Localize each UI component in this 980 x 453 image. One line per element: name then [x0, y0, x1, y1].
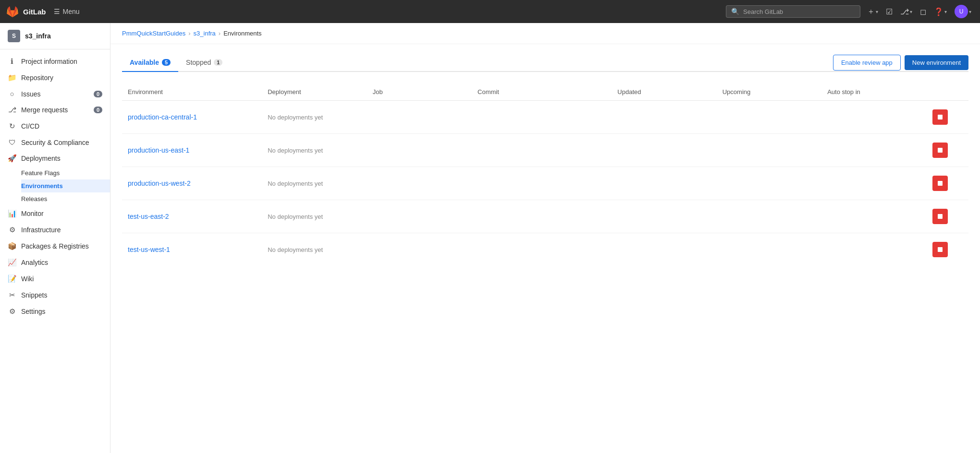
deployment-cell: No deployments yet	[262, 200, 367, 233]
chevron-down-icon: ▾	[969, 9, 971, 14]
gitlab-wordmark: GitLab	[23, 8, 46, 16]
env-name-link[interactable]: test-us-west-1	[128, 246, 170, 253]
sidebar-item-settings[interactable]: ⚙ Settings	[0, 303, 110, 320]
deployments-sub-menu: Feature Flags Environments Releases	[0, 167, 110, 205]
user-menu[interactable]: U ▾	[952, 2, 974, 21]
upcoming-cell	[717, 233, 821, 266]
help-button[interactable]: ❓ ▾	[931, 4, 950, 19]
sidebar-item-label: Wiki	[21, 275, 34, 283]
sidebar-item-environments[interactable]: Environments	[21, 179, 110, 192]
no-deployment-text: No deployments yet	[268, 114, 323, 121]
todo-icon: ☑	[886, 7, 893, 16]
sidebar-item-repository[interactable]: 📁 Repository	[0, 70, 110, 86]
project-info-icon: ℹ	[8, 57, 16, 66]
col-header-deployment: Deployment	[262, 83, 367, 101]
sidebar-item-cicd[interactable]: ↻ CI/CD	[0, 118, 110, 134]
environments-label: Environments	[21, 182, 63, 190]
create-new-button[interactable]: ＋ ▾	[864, 4, 881, 20]
table-row: production-us-west-2 No deployments yet	[122, 167, 968, 200]
sidebar-item-analytics[interactable]: 📈 Analytics	[0, 254, 110, 271]
table-row: production-ca-central-1 No deployments y…	[122, 101, 968, 134]
table-header: Environment Deployment Job Commit Update…	[122, 83, 968, 101]
search-bar[interactable]: 🔍	[726, 5, 860, 18]
commit-cell	[472, 167, 612, 200]
env-name-cell: production-ca-central-1	[122, 101, 262, 134]
autostop-cell	[821, 167, 926, 200]
sidebar-nav: ℹ Project information 📁 Repository ○ Iss…	[0, 49, 110, 323]
sidebar-item-packages-registries[interactable]: 📦 Packages & Registries	[0, 238, 110, 254]
issues-badge: 0	[94, 91, 102, 97]
col-header-commit: Commit	[472, 83, 612, 101]
col-header-actions	[927, 83, 968, 101]
stop-environment-button[interactable]	[932, 209, 948, 224]
breadcrumb-link-org[interactable]: PmmQuickStartGuides	[122, 30, 185, 37]
sidebar: S s3_infra ℹ Project information 📁 Repos…	[0, 23, 110, 453]
env-name-link[interactable]: production-us-west-2	[128, 179, 191, 187]
sidebar-project[interactable]: S s3_infra	[0, 23, 110, 49]
sidebar-item-label: Packages & Registries	[21, 242, 89, 250]
sidebar-item-monitor[interactable]: 📊 Monitor	[0, 205, 110, 222]
job-cell	[367, 134, 472, 167]
sidebar-item-security-compliance[interactable]: 🛡 Security & Compliance	[0, 134, 110, 150]
autostop-cell	[821, 233, 926, 266]
sidebar-item-feature-flags[interactable]: Feature Flags	[21, 167, 110, 179]
commit-cell	[472, 233, 612, 266]
stopped-tab-count: 1	[214, 59, 222, 66]
repository-icon: 📁	[8, 73, 16, 82]
sidebar-item-releases[interactable]: Releases	[21, 192, 110, 205]
job-cell	[367, 167, 472, 200]
topnav: GitLab ☰ Menu 🔍 ＋ ▾ ☑ ⎇ ▾ ◻ ❓ ▾ U ▾	[0, 0, 980, 23]
new-environment-button[interactable]: New environment	[905, 55, 968, 70]
sidebar-item-snippets[interactable]: ✂ Snippets	[0, 287, 110, 303]
tab-available[interactable]: Available 5	[122, 54, 178, 72]
job-cell	[367, 233, 472, 266]
issues-nav-icon: ○	[8, 90, 16, 98]
gitlab-logo[interactable]: GitLab	[6, 5, 46, 18]
issues-button[interactable]: ◻	[917, 4, 929, 19]
deployment-cell: No deployments yet	[262, 134, 367, 167]
breadcrumb-link-project[interactable]: s3_infra	[194, 30, 216, 37]
todos-button[interactable]: ☑	[883, 4, 895, 19]
updated-cell	[612, 233, 716, 266]
sidebar-item-wiki[interactable]: 📝 Wiki	[0, 271, 110, 287]
actions-cell	[927, 200, 968, 233]
menu-button[interactable]: ☰ Menu	[50, 6, 84, 17]
stop-environment-button[interactable]	[932, 176, 948, 191]
breadcrumb: PmmQuickStartGuides › s3_infra › Environ…	[110, 23, 980, 44]
upcoming-cell	[717, 134, 821, 167]
deployments-icon: 🚀	[8, 154, 16, 163]
main-layout: S s3_infra ℹ Project information 📁 Repos…	[0, 23, 980, 453]
stop-environment-button[interactable]	[932, 143, 948, 158]
enable-review-app-button[interactable]: Enable review app	[833, 55, 901, 71]
no-deployment-text: No deployments yet	[268, 246, 323, 253]
env-name-link[interactable]: test-us-east-2	[128, 213, 169, 220]
merge-requests-icon: ⎇	[8, 106, 16, 114]
stop-environment-button[interactable]	[932, 242, 948, 257]
col-header-updated: Updated	[612, 83, 716, 101]
available-tab-count: 5	[162, 59, 171, 66]
breadcrumb-current: Environments	[223, 30, 261, 37]
upcoming-cell	[717, 167, 821, 200]
no-deployment-text: No deployments yet	[268, 180, 323, 187]
mr-badge: 0	[94, 107, 102, 113]
env-name-link[interactable]: production-us-east-1	[128, 146, 189, 154]
sidebar-item-merge-requests[interactable]: ⎇ Merge requests 0	[0, 102, 110, 118]
stop-environment-button[interactable]	[932, 109, 948, 125]
col-header-environment: Environment	[122, 83, 262, 101]
updated-cell	[612, 134, 716, 167]
env-name-link[interactable]: production-ca-central-1	[128, 113, 197, 121]
search-input[interactable]	[743, 8, 855, 15]
sidebar-item-project-information[interactable]: ℹ Project information	[0, 53, 110, 70]
sidebar-item-infrastructure[interactable]: ⚙ Infrastructure	[0, 222, 110, 238]
sidebar-item-issues[interactable]: ○ Issues 0	[0, 86, 110, 102]
deployment-cell: No deployments yet	[262, 101, 367, 134]
updated-cell	[612, 101, 716, 134]
stop-icon	[937, 213, 943, 220]
merge-request-button[interactable]: ⎇ ▾	[897, 4, 915, 19]
sidebar-item-deployments[interactable]: 🚀 Deployments	[0, 150, 110, 167]
env-name-cell: production-us-west-2	[122, 167, 262, 200]
project-name: s3_infra	[25, 32, 51, 40]
topnav-icons: ＋ ▾ ☑ ⎇ ▾ ◻ ❓ ▾ U ▾	[864, 2, 974, 21]
tab-stopped[interactable]: Stopped 1	[178, 54, 230, 72]
help-icon: ❓	[934, 7, 943, 16]
